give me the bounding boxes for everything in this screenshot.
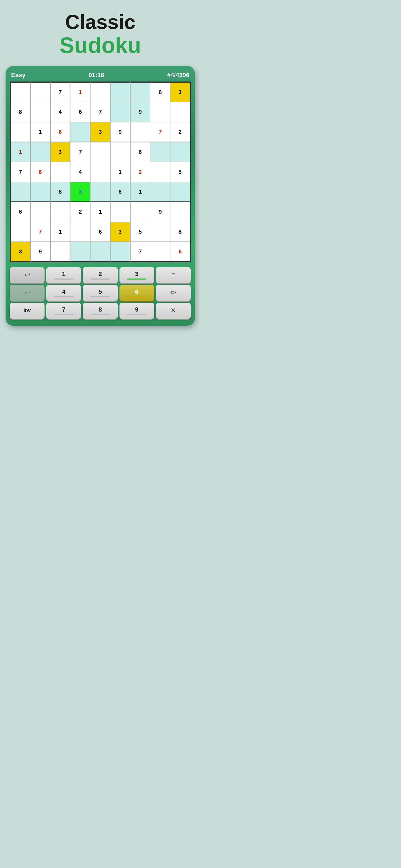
cell-r6-c0[interactable]: 6 — [10, 202, 30, 222]
cell-r7-c5[interactable]: 3 — [110, 222, 130, 242]
cell-r7-c7[interactable] — [150, 222, 170, 242]
cell-r3-c7[interactable] — [150, 142, 170, 162]
key-number-1[interactable]: 1 — [46, 267, 81, 283]
cell-r5-c5[interactable]: 6 — [110, 182, 130, 202]
key-undo-inactive[interactable]: ↩ — [10, 285, 45, 301]
cell-r1-c7[interactable] — [150, 102, 170, 122]
cell-r4-c1[interactable]: 6 — [30, 162, 50, 182]
cell-r7-c6[interactable]: 5 — [130, 222, 150, 242]
key-number-8[interactable]: 8 — [83, 303, 117, 319]
key-number-label-2: 2 — [98, 271, 102, 278]
cell-r1-c6[interactable]: 9 — [130, 102, 150, 122]
key-number-5[interactable]: 5 — [83, 285, 117, 301]
cell-r0-c6[interactable] — [130, 82, 150, 102]
cell-r1-c8[interactable] — [170, 102, 190, 122]
cell-r4-c2[interactable] — [50, 162, 70, 182]
cell-r6-c3[interactable]: 2 — [70, 202, 90, 222]
key-number-6[interactable]: 6 — [119, 285, 154, 301]
cell-r1-c0[interactable]: 8 — [10, 102, 30, 122]
cell-r2-c0[interactable] — [10, 122, 30, 142]
cell-r7-c4[interactable]: 6 — [90, 222, 110, 242]
cell-r0-c5[interactable] — [110, 82, 130, 102]
cell-r0-c0[interactable] — [10, 82, 30, 102]
cell-r0-c3[interactable]: 1 — [70, 82, 90, 102]
cell-r4-c8[interactable]: 5 — [170, 162, 190, 182]
cell-r3-c5[interactable] — [110, 142, 130, 162]
cell-r2-c4[interactable]: 3 — [90, 122, 110, 142]
keypad[interactable]: ↩123≡↩456✏Inv789✕ — [10, 266, 191, 320]
cell-r4-c4[interactable] — [90, 162, 110, 182]
key-number-2[interactable]: 2 — [83, 267, 117, 283]
cell-r6-c6[interactable] — [130, 202, 150, 222]
cell-r6-c4[interactable]: 1 — [90, 202, 110, 222]
cell-r0-c4[interactable] — [90, 82, 110, 102]
cell-r6-c1[interactable] — [30, 202, 50, 222]
cell-r5-c4[interactable] — [90, 182, 110, 202]
cell-r8-c8[interactable]: 6 — [170, 242, 190, 262]
cell-r1-c5[interactable] — [110, 102, 130, 122]
cell-r7-c0[interactable] — [10, 222, 30, 242]
cell-r3-c1[interactable] — [30, 142, 50, 162]
cell-r8-c2[interactable] — [50, 242, 70, 262]
cell-r0-c1[interactable] — [30, 82, 50, 102]
key-number-7[interactable]: 7 — [46, 303, 81, 319]
cell-r2-c8[interactable]: 2 — [170, 122, 190, 142]
cell-r6-c7[interactable]: 9 — [150, 202, 170, 222]
menu-icon: ≡ — [171, 271, 175, 279]
key-number-9[interactable]: 9 — [119, 303, 154, 319]
cell-r4-c3[interactable]: 4 — [70, 162, 90, 182]
cell-r1-c4[interactable]: 7 — [90, 102, 110, 122]
key-pencil[interactable]: ✏ — [156, 285, 191, 301]
cell-r8-c4[interactable] — [90, 242, 110, 262]
sudoku-grid[interactable]: 7163846791639721376764125836162197163583… — [10, 82, 190, 262]
cell-r3-c0[interactable]: 1 — [10, 142, 30, 162]
cell-r2-c1[interactable]: 1 — [30, 122, 50, 142]
cell-r8-c3[interactable] — [70, 242, 90, 262]
cell-r6-c2[interactable] — [50, 202, 70, 222]
cell-r7-c1[interactable]: 7 — [30, 222, 50, 242]
cell-r7-c2[interactable]: 1 — [50, 222, 70, 242]
cell-r2-c2[interactable]: 6 — [50, 122, 70, 142]
cell-r8-c5[interactable] — [110, 242, 130, 262]
cell-r6-c5[interactable] — [110, 202, 130, 222]
cell-r5-c3[interactable]: 3 — [70, 182, 90, 202]
cell-r4-c6[interactable]: 2 — [130, 162, 150, 182]
cell-r3-c2[interactable]: 3 — [50, 142, 70, 162]
key-number-3[interactable]: 3 — [119, 267, 154, 283]
cell-r0-c8[interactable]: 3 — [170, 82, 190, 102]
cell-r7-c3[interactable] — [70, 222, 90, 242]
cell-r7-c8[interactable]: 8 — [170, 222, 190, 242]
cell-r1-c1[interactable] — [30, 102, 50, 122]
cell-r4-c7[interactable] — [150, 162, 170, 182]
cell-r4-c5[interactable]: 1 — [110, 162, 130, 182]
cell-r0-c7[interactable]: 6 — [150, 82, 170, 102]
cell-r2-c7[interactable]: 7 — [150, 122, 170, 142]
key-inv[interactable]: Inv — [10, 303, 45, 319]
cell-r5-c6[interactable]: 1 — [130, 182, 150, 202]
cell-r3-c3[interactable]: 7 — [70, 142, 90, 162]
cell-r3-c6[interactable]: 6 — [130, 142, 150, 162]
cell-r6-c8[interactable] — [170, 202, 190, 222]
cell-r1-c3[interactable]: 6 — [70, 102, 90, 122]
cell-r5-c1[interactable] — [30, 182, 50, 202]
key-clear[interactable]: ✕ — [156, 303, 191, 319]
cell-r2-c5[interactable]: 9 — [110, 122, 130, 142]
cell-r4-c0[interactable]: 7 — [10, 162, 30, 182]
cell-r5-c7[interactable] — [150, 182, 170, 202]
cell-r3-c8[interactable] — [170, 142, 190, 162]
cell-r5-c8[interactable] — [170, 182, 190, 202]
cell-r0-c2[interactable]: 7 — [50, 82, 70, 102]
cell-r3-c4[interactable] — [90, 142, 110, 162]
cell-r2-c6[interactable] — [130, 122, 150, 142]
cell-r8-c0[interactable]: 3 — [10, 242, 30, 262]
cell-r8-c7[interactable] — [150, 242, 170, 262]
cell-r8-c1[interactable]: 9 — [30, 242, 50, 262]
key-undo-active[interactable]: ↩ — [10, 267, 45, 283]
cell-r8-c6[interactable]: 7 — [130, 242, 150, 262]
key-menu[interactable]: ≡ — [156, 267, 191, 283]
key-number-4[interactable]: 4 — [46, 285, 81, 301]
cell-r5-c0[interactable] — [10, 182, 30, 202]
cell-r2-c3[interactable] — [70, 122, 90, 142]
cell-r5-c2[interactable]: 8 — [50, 182, 70, 202]
cell-r1-c2[interactable]: 4 — [50, 102, 70, 122]
